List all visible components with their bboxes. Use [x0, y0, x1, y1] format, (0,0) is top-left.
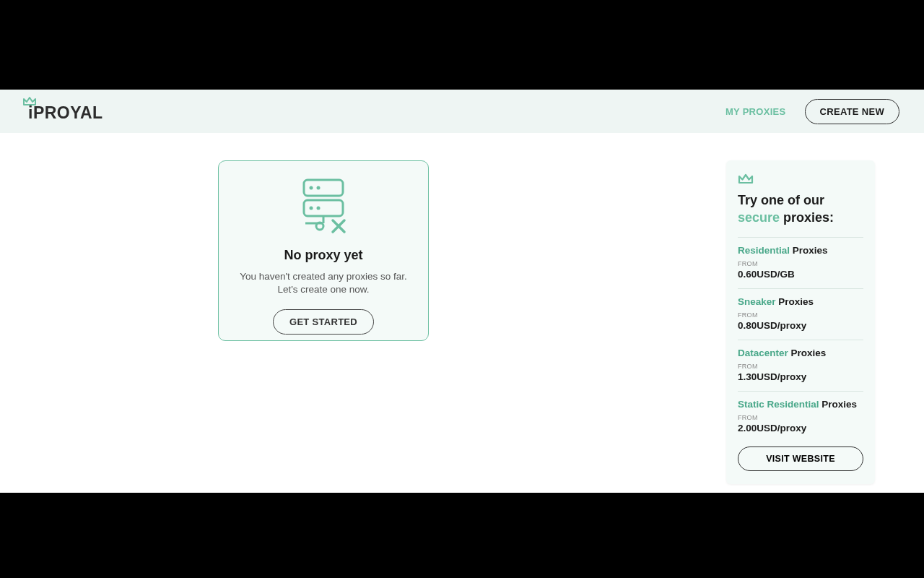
- svg-point-5: [317, 207, 321, 210]
- plan-price: 1.30USD/proxy: [738, 371, 863, 382]
- svg-point-2: [317, 186, 321, 190]
- plan-from-label: FROM: [738, 363, 863, 370]
- create-new-button[interactable]: CREATE NEW: [805, 99, 899, 124]
- visit-website-button[interactable]: VISIT WEBSITE: [738, 447, 863, 471]
- plan-from-label: FROM: [738, 414, 863, 421]
- empty-state-title: No proxy yet: [284, 248, 362, 263]
- empty-state-subtitle: You haven't created any proxies so far. …: [236, 270, 411, 296]
- svg-point-4: [310, 207, 313, 210]
- plan-residential[interactable]: Residential Proxies FROM 0.60USD/GB: [738, 237, 863, 288]
- crown-icon: [22, 96, 37, 109]
- svg-point-1: [310, 186, 313, 190]
- plan-sneaker[interactable]: Sneaker Proxies FROM 0.80USD/proxy: [738, 288, 863, 340]
- crown-icon: [738, 173, 863, 187]
- sidebar-title-suffix: proxies:: [780, 210, 834, 225]
- plan-price: 0.80USD/proxy: [738, 320, 863, 331]
- server-x-icon: [297, 176, 350, 238]
- plan-name: Datacenter Proxies: [738, 348, 863, 358]
- nav-my-proxies[interactable]: MY PROXIES: [725, 106, 786, 117]
- plan-price: 0.60USD/GB: [738, 269, 863, 280]
- plan-datacenter[interactable]: Datacenter Proxies FROM 1.30USD/proxy: [738, 340, 863, 391]
- header-nav: MY PROXIES CREATE NEW: [725, 99, 899, 124]
- plan-from-label: FROM: [738, 311, 863, 319]
- promo-sidebar: Try one of our secure proxies: Residenti…: [726, 160, 875, 484]
- plan-name: Static Residential Proxies: [738, 399, 863, 410]
- get-started-button[interactable]: GET STARTED: [273, 309, 374, 335]
- sidebar-title-accent: secure: [738, 210, 780, 225]
- plan-name: Residential Proxies: [738, 245, 863, 256]
- header-bar: iPROYAL MY PROXIES CREATE NEW: [0, 90, 924, 133]
- plan-name: Sneaker Proxies: [738, 296, 863, 307]
- content-area: No proxy yet You haven't created any pro…: [0, 133, 924, 493]
- sidebar-title: Try one of our secure proxies:: [738, 191, 863, 227]
- plan-static-residential[interactable]: Static Residential Proxies FROM 2.00USD/…: [738, 391, 863, 442]
- plan-from-label: FROM: [738, 260, 863, 267]
- empty-state-card: No proxy yet You haven't created any pro…: [218, 160, 429, 341]
- logo[interactable]: iPROYAL: [25, 99, 103, 124]
- app-window: iPROYAL MY PROXIES CREATE NEW: [0, 90, 924, 493]
- plan-price: 2.00USD/proxy: [738, 423, 863, 434]
- svg-point-8: [316, 223, 323, 230]
- sidebar-title-prefix: Try one of our: [738, 193, 824, 207]
